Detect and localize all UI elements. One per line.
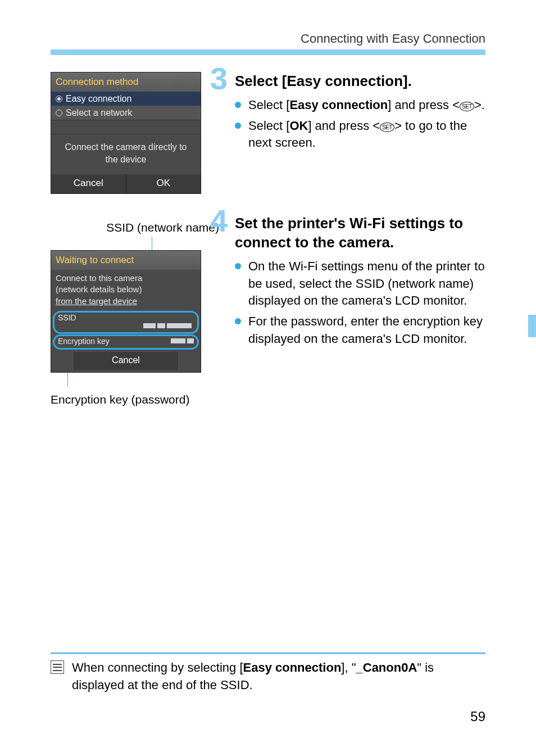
- lcd-ok-button: OK: [126, 174, 201, 193]
- lcd-title: Waiting to connect: [51, 251, 201, 270]
- lcd-screenshot-waiting: Waiting to connect Connect to this camer…: [51, 250, 201, 373]
- step-number-3: 3: [210, 63, 228, 94]
- lcd-title: Connection method: [51, 73, 201, 92]
- caption-encryption-key: Encryption key (password): [51, 393, 219, 406]
- lcd-screenshot-connection-method: Connection method Easy connection Select…: [51, 72, 201, 194]
- radio-selected-icon: [56, 96, 62, 102]
- lcd-encryption-key-field: Encryption key: [53, 334, 199, 350]
- radio-unselected-icon: [56, 110, 62, 116]
- page-number: 59: [470, 709, 485, 725]
- pointer-line: [51, 237, 201, 250]
- caption-ssid: SSID (network name): [51, 221, 219, 234]
- side-tab: [528, 315, 536, 337]
- lcd-spacer: [51, 120, 201, 134]
- step-title: Select [Easy connection].: [235, 72, 485, 91]
- lcd-option-label: Easy connection: [66, 94, 131, 104]
- header-breadcrumb: Connecting with Easy Connection: [301, 31, 485, 46]
- lcd-option-label: Select a network: [66, 108, 132, 118]
- instruction-bullet: Select [Easy connection] and press <SET>…: [248, 97, 485, 114]
- note-text: When connecting by selecting [Easy conne…: [72, 659, 485, 694]
- set-icon: SET: [460, 102, 474, 111]
- note-icon: [51, 660, 64, 674]
- header-rule: [51, 49, 485, 55]
- step-title: Set the printer's Wi-Fi settings to conn…: [235, 214, 485, 252]
- instruction-bullet: Select [OK] and press <SET> to go to the…: [248, 117, 485, 152]
- instruction-bullet: For the password, enter the encryption k…: [248, 313, 485, 348]
- footer-note: When connecting by selecting [Easy conne…: [51, 653, 485, 694]
- lcd-cancel-button: Cancel: [51, 174, 126, 193]
- step-number-4: 4: [210, 205, 228, 237]
- lcd-option-easy-connection: Easy connection: [51, 92, 201, 106]
- set-icon: SET: [380, 123, 394, 132]
- lcd-info: Connect to this camera (network details …: [51, 270, 201, 310]
- lcd-cancel-button: Cancel: [74, 352, 178, 370]
- instruction-bullet: On the Wi-Fi settings menu of the printe…: [248, 258, 485, 310]
- lcd-message: Connect the camera directly to the devic…: [51, 134, 201, 174]
- pointer-line: [51, 373, 201, 386]
- lcd-ssid-field: SSID: [53, 311, 199, 334]
- lcd-option-select-network: Select a network: [51, 106, 201, 120]
